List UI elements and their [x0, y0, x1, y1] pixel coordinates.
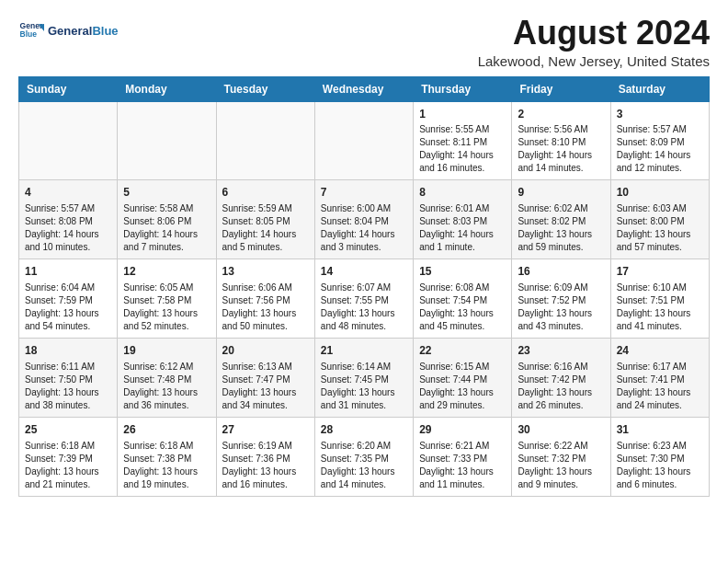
day-number: 21	[321, 343, 407, 359]
calendar-cell: 6Sunrise: 5:59 AMSunset: 8:05 PMDaylight…	[216, 180, 314, 259]
calendar-cell: 30Sunrise: 6:22 AMSunset: 7:32 PMDayligh…	[512, 417, 610, 496]
day-number: 17	[617, 264, 703, 280]
calendar-cell: 27Sunrise: 6:19 AMSunset: 7:36 PMDayligh…	[216, 417, 314, 496]
calendar-cell: 23Sunrise: 6:16 AMSunset: 7:42 PMDayligh…	[512, 338, 610, 417]
page-subtitle: Lakewood, New Jersey, United States	[478, 53, 710, 69]
calendar-week-row: 11Sunrise: 6:04 AMSunset: 7:59 PMDayligh…	[19, 259, 710, 339]
calendar-cell: 22Sunrise: 6:15 AMSunset: 7:44 PMDayligh…	[414, 338, 512, 417]
logo-general: General	[48, 24, 92, 38]
logo-icon: General Blue	[18, 18, 44, 44]
day-info: Sunrise: 5:59 AMSunset: 8:05 PMDaylight:…	[222, 202, 309, 254]
day-info: Sunrise: 6:00 AMSunset: 8:04 PMDaylight:…	[321, 202, 407, 254]
day-number: 1	[419, 107, 506, 122]
calendar-cell: 15Sunrise: 6:08 AMSunset: 7:54 PMDayligh…	[414, 259, 512, 339]
col-header-wednesday: Wednesday	[314, 76, 413, 101]
day-info: Sunrise: 5:57 AMSunset: 8:09 PMDaylight:…	[617, 123, 703, 175]
day-info: Sunrise: 6:18 AMSunset: 7:38 PMDaylight:…	[123, 440, 210, 491]
day-info: Sunrise: 6:04 AMSunset: 7:59 PMDaylight:…	[25, 282, 111, 333]
calendar-cell: 7Sunrise: 6:00 AMSunset: 8:04 PMDaylight…	[314, 180, 413, 259]
day-number: 3	[617, 107, 703, 122]
day-info: Sunrise: 6:22 AMSunset: 7:32 PMDaylight:…	[518, 440, 604, 491]
day-number: 22	[419, 343, 506, 359]
day-number: 8	[419, 185, 506, 201]
svg-text:Blue: Blue	[20, 29, 38, 39]
col-header-thursday: Thursday	[414, 76, 512, 101]
day-number: 28	[321, 422, 407, 438]
calendar-body: 1Sunrise: 5:55 AMSunset: 8:11 PMDaylight…	[19, 101, 710, 496]
title-block: August 2024 Lakewood, New Jersey, United…	[478, 15, 710, 69]
day-info: Sunrise: 6:20 AMSunset: 7:35 PMDaylight:…	[321, 440, 407, 491]
day-info: Sunrise: 6:21 AMSunset: 7:33 PMDaylight:…	[419, 440, 506, 491]
day-number: 27	[222, 422, 309, 438]
calendar-cell: 2Sunrise: 5:56 AMSunset: 8:10 PMDaylight…	[512, 101, 610, 180]
calendar-cell: 4Sunrise: 5:57 AMSunset: 8:08 PMDaylight…	[19, 180, 118, 259]
calendar-cell: 24Sunrise: 6:17 AMSunset: 7:41 PMDayligh…	[610, 338, 709, 417]
calendar-week-row: 1Sunrise: 5:55 AMSunset: 8:11 PMDaylight…	[19, 101, 710, 180]
calendar-cell	[216, 101, 314, 180]
day-number: 20	[222, 343, 309, 359]
day-info: Sunrise: 6:06 AMSunset: 7:56 PMDaylight:…	[222, 282, 309, 333]
day-info: Sunrise: 5:55 AMSunset: 8:11 PMDaylight:…	[419, 123, 506, 175]
calendar-cell	[19, 101, 118, 180]
day-info: Sunrise: 6:08 AMSunset: 7:54 PMDaylight:…	[419, 282, 506, 333]
day-info: Sunrise: 6:14 AMSunset: 7:45 PMDaylight:…	[321, 361, 407, 412]
col-header-monday: Monday	[118, 76, 216, 101]
calendar-cell: 29Sunrise: 6:21 AMSunset: 7:33 PMDayligh…	[414, 417, 512, 496]
logo-text: GeneralBlue	[48, 25, 119, 38]
day-info: Sunrise: 6:07 AMSunset: 7:55 PMDaylight:…	[321, 282, 407, 333]
col-header-tuesday: Tuesday	[216, 76, 314, 101]
day-info: Sunrise: 6:19 AMSunset: 7:36 PMDaylight:…	[222, 440, 309, 491]
day-number: 23	[518, 343, 604, 359]
day-info: Sunrise: 6:16 AMSunset: 7:42 PMDaylight:…	[518, 361, 604, 412]
calendar-cell: 26Sunrise: 6:18 AMSunset: 7:38 PMDayligh…	[118, 417, 216, 496]
day-number: 10	[617, 185, 703, 201]
day-number: 26	[123, 422, 210, 438]
day-number: 12	[123, 264, 210, 280]
col-header-sunday: Sunday	[19, 76, 118, 101]
day-number: 19	[123, 343, 210, 359]
day-number: 31	[617, 422, 703, 438]
day-number: 2	[518, 107, 604, 122]
day-info: Sunrise: 6:23 AMSunset: 7:30 PMDaylight:…	[617, 440, 703, 491]
page-title: August 2024	[478, 15, 710, 52]
day-number: 11	[25, 264, 111, 280]
day-info: Sunrise: 6:09 AMSunset: 7:52 PMDaylight:…	[518, 282, 604, 333]
calendar-table: SundayMondayTuesdayWednesdayThursdayFrid…	[18, 76, 710, 497]
calendar-cell: 28Sunrise: 6:20 AMSunset: 7:35 PMDayligh…	[314, 417, 413, 496]
calendar-cell: 10Sunrise: 6:03 AMSunset: 8:00 PMDayligh…	[610, 180, 709, 259]
calendar-cell: 9Sunrise: 6:02 AMSunset: 8:02 PMDaylight…	[512, 180, 610, 259]
day-info: Sunrise: 6:03 AMSunset: 8:00 PMDaylight:…	[617, 202, 703, 254]
calendar-cell: 17Sunrise: 6:10 AMSunset: 7:51 PMDayligh…	[610, 259, 709, 339]
calendar-cell: 3Sunrise: 5:57 AMSunset: 8:09 PMDaylight…	[610, 101, 709, 180]
calendar-cell: 14Sunrise: 6:07 AMSunset: 7:55 PMDayligh…	[314, 259, 413, 339]
calendar-cell: 16Sunrise: 6:09 AMSunset: 7:52 PMDayligh…	[512, 259, 610, 339]
col-header-saturday: Saturday	[610, 76, 709, 101]
day-number: 16	[518, 264, 604, 280]
logo-blue: Blue	[92, 24, 118, 38]
day-info: Sunrise: 6:10 AMSunset: 7:51 PMDaylight:…	[617, 282, 703, 333]
day-number: 29	[419, 422, 506, 438]
day-info: Sunrise: 6:17 AMSunset: 7:41 PMDaylight:…	[617, 361, 703, 412]
day-number: 9	[518, 185, 604, 201]
day-number: 18	[25, 343, 111, 359]
calendar-week-row: 25Sunrise: 6:18 AMSunset: 7:39 PMDayligh…	[19, 417, 710, 496]
calendar-cell: 25Sunrise: 6:18 AMSunset: 7:39 PMDayligh…	[19, 417, 118, 496]
calendar-cell: 1Sunrise: 5:55 AMSunset: 8:11 PMDaylight…	[414, 101, 512, 180]
calendar-cell: 21Sunrise: 6:14 AMSunset: 7:45 PMDayligh…	[314, 338, 413, 417]
calendar-cell: 8Sunrise: 6:01 AMSunset: 8:03 PMDaylight…	[414, 180, 512, 259]
day-info: Sunrise: 6:05 AMSunset: 7:58 PMDaylight:…	[123, 282, 210, 333]
day-number: 30	[518, 422, 604, 438]
day-info: Sunrise: 5:57 AMSunset: 8:08 PMDaylight:…	[25, 202, 111, 254]
calendar-cell: 12Sunrise: 6:05 AMSunset: 7:58 PMDayligh…	[118, 259, 216, 339]
day-number: 14	[321, 264, 407, 280]
day-info: Sunrise: 6:01 AMSunset: 8:03 PMDaylight:…	[419, 202, 506, 254]
day-number: 15	[419, 264, 506, 280]
calendar-cell: 31Sunrise: 6:23 AMSunset: 7:30 PMDayligh…	[610, 417, 709, 496]
calendar-cell: 13Sunrise: 6:06 AMSunset: 7:56 PMDayligh…	[216, 259, 314, 339]
col-header-friday: Friday	[512, 76, 610, 101]
day-number: 7	[321, 185, 407, 201]
calendar-week-row: 4Sunrise: 5:57 AMSunset: 8:08 PMDaylight…	[19, 180, 710, 259]
day-info: Sunrise: 6:11 AMSunset: 7:50 PMDaylight:…	[25, 361, 111, 412]
day-number: 13	[222, 264, 309, 280]
calendar-cell: 18Sunrise: 6:11 AMSunset: 7:50 PMDayligh…	[19, 338, 118, 417]
